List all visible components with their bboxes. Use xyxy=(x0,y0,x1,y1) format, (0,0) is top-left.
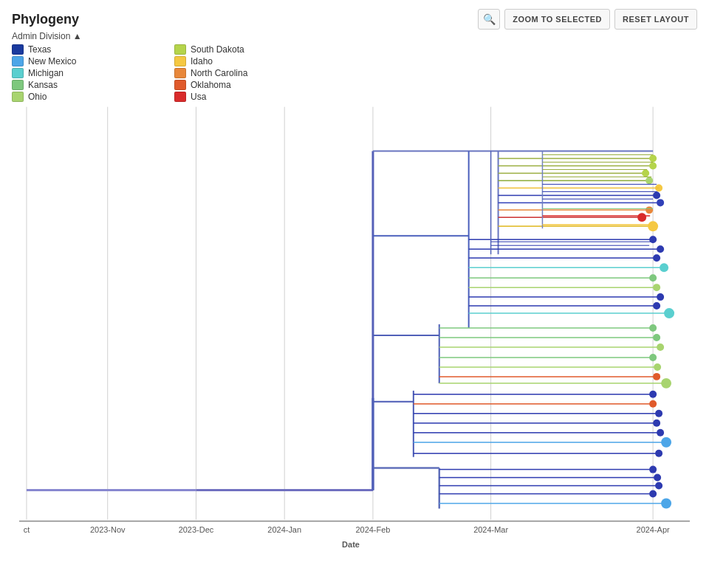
svg-point-97 xyxy=(649,466,657,474)
legend-label: Oklahoma xyxy=(191,80,231,90)
svg-point-40 xyxy=(648,221,658,231)
legend-item: Oklahoma xyxy=(174,80,322,90)
svg-text:ct: ct xyxy=(24,525,30,534)
svg-text:2023-Nov: 2023-Nov xyxy=(90,525,126,534)
legend-item: Usa xyxy=(174,92,322,102)
legend-item: Michigan xyxy=(12,68,160,78)
header: Phylogeny 🔍 ZOOM TO SELECTED RESET LAYOU… xyxy=(12,9,697,30)
legend-swatch xyxy=(12,68,24,78)
legend-label: New Mexico xyxy=(28,56,76,66)
legend-item: New Mexico xyxy=(12,56,160,66)
svg-text:2024-Apr: 2024-Apr xyxy=(637,525,670,534)
svg-point-52 xyxy=(649,274,657,281)
subtitle: Admin Division ▲ xyxy=(12,31,697,41)
svg-point-74 xyxy=(653,373,660,380)
svg-point-66 xyxy=(653,334,660,341)
legend-item: South Dakota xyxy=(174,44,322,55)
legend: Texas South Dakota New Mexico Idaho Mich… xyxy=(12,44,697,102)
svg-text:Date: Date xyxy=(342,540,360,549)
svg-point-72 xyxy=(654,363,661,371)
svg-text:2024-Feb: 2024-Feb xyxy=(355,525,390,534)
reset-layout-button[interactable]: RESET LAYOUT xyxy=(614,9,697,30)
svg-point-25 xyxy=(649,155,657,163)
chart-area[interactable]: .tick-line { stroke: #d0d0d0; stroke-wid… xyxy=(12,106,697,564)
svg-point-36 xyxy=(645,206,653,213)
svg-point-48 xyxy=(653,254,660,261)
legend-label: Ohio xyxy=(28,92,47,102)
svg-point-32 xyxy=(653,191,660,199)
svg-point-50 xyxy=(660,263,668,272)
legend-item: Ohio xyxy=(12,92,160,102)
svg-point-101 xyxy=(655,482,662,490)
svg-point-34 xyxy=(657,199,664,206)
svg-point-68 xyxy=(657,343,664,351)
svg-point-86 xyxy=(653,420,660,427)
legend-label: Michigan xyxy=(28,68,64,78)
svg-point-26 xyxy=(649,163,657,170)
legend-swatch xyxy=(174,80,186,90)
legend-label: Usa xyxy=(191,92,206,102)
legend-item: North Carolina xyxy=(174,68,322,78)
legend-swatch xyxy=(174,68,186,78)
legend-swatch xyxy=(174,44,186,55)
svg-text:2023-Dec: 2023-Dec xyxy=(179,525,214,534)
svg-point-103 xyxy=(649,490,657,498)
svg-point-28 xyxy=(645,177,653,184)
legend-swatch xyxy=(12,44,24,55)
svg-text:2024-Jan: 2024-Jan xyxy=(267,525,301,534)
zoom-selected-button[interactable]: ZOOM TO SELECTED xyxy=(504,9,610,30)
svg-point-80 xyxy=(649,391,657,398)
legend-label: North Carolina xyxy=(191,68,247,78)
legend-label: Idaho xyxy=(191,56,213,66)
svg-point-99 xyxy=(654,474,661,482)
svg-point-70 xyxy=(649,354,657,361)
svg-point-82 xyxy=(649,400,657,408)
legend-item: Kansas xyxy=(12,80,160,90)
legend-swatch xyxy=(12,80,24,90)
svg-point-54 xyxy=(653,284,660,291)
legend-label: Texas xyxy=(28,44,51,55)
svg-text:2024-Mar: 2024-Mar xyxy=(473,525,508,534)
legend-swatch xyxy=(174,92,186,102)
svg-point-84 xyxy=(655,410,662,417)
search-button[interactable]: 🔍 xyxy=(478,9,500,30)
legend-item: Texas xyxy=(12,44,160,55)
legend-swatch xyxy=(12,56,24,66)
svg-point-58 xyxy=(653,302,660,310)
svg-point-38 xyxy=(637,213,646,222)
svg-point-88 xyxy=(657,429,664,437)
svg-point-46 xyxy=(657,245,664,253)
legend-label: South Dakota xyxy=(191,44,244,55)
legend-label: Kansas xyxy=(28,80,58,90)
page-title: Phylogeny xyxy=(12,12,79,27)
svg-point-92 xyxy=(655,450,662,457)
legend-swatch xyxy=(12,92,24,102)
svg-point-56 xyxy=(657,293,664,301)
svg-point-64 xyxy=(649,324,657,332)
main-container: Phylogeny 🔍 ZOOM TO SELECTED RESET LAYOU… xyxy=(0,0,709,588)
header-controls: 🔍 ZOOM TO SELECTED RESET LAYOUT xyxy=(478,9,697,30)
svg-point-27 xyxy=(642,169,649,177)
legend-swatch xyxy=(174,56,186,66)
legend-item: Idaho xyxy=(174,56,322,66)
